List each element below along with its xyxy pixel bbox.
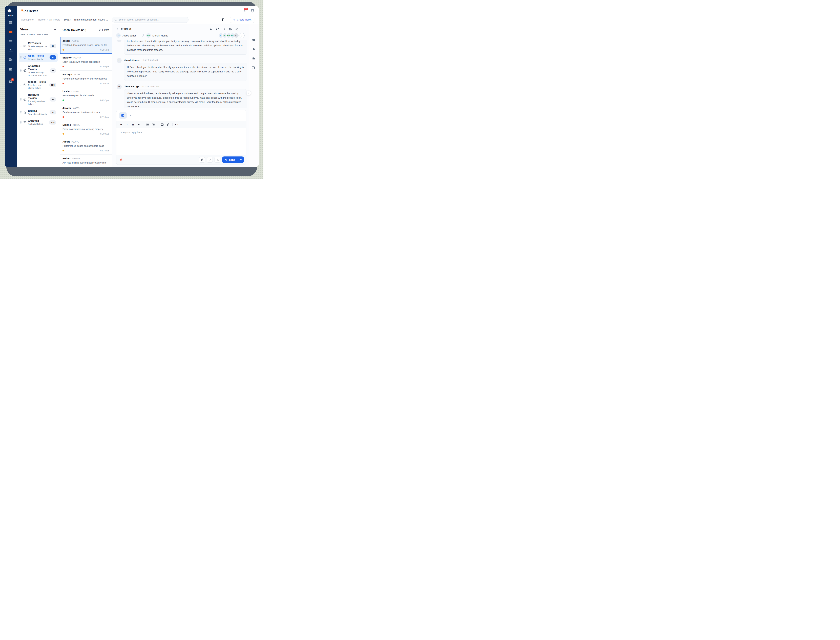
check-circle-icon	[23, 69, 27, 72]
print-button[interactable]	[228, 27, 232, 31]
ticket-list-item[interactable]: Dianne#16627 Email notifications not wor…	[60, 121, 112, 138]
drag-handle-icon[interactable]	[20, 121, 22, 124]
nav-divider	[8, 75, 13, 75]
drag-handle-icon[interactable]	[20, 84, 22, 86]
customer-tab[interactable]	[252, 47, 256, 51]
expand-channels-button[interactable]	[129, 114, 131, 117]
nav-mail-icon[interactable]: 5	[9, 80, 13, 83]
drag-handle-icon[interactable]	[20, 69, 22, 72]
collapse-sidebar-button[interactable]	[246, 91, 251, 95]
view-item-my-tickets[interactable]: My Tickets Tickets assigned to you 12	[19, 40, 57, 52]
notifications-button[interactable]: 7	[243, 9, 247, 13]
left-nav-rail: Agent	[5, 6, 17, 167]
attach-file-button[interactable]	[199, 157, 205, 163]
signature-button[interactable]	[214, 157, 220, 163]
view-item-starred[interactable]: Starred Your starred tickets 8	[19, 108, 57, 117]
ticket-time: 06:32 pm	[100, 99, 109, 101]
insert-image-button[interactable]	[160, 122, 165, 127]
files-tab[interactable]	[252, 56, 256, 60]
send-options-button[interactable]	[238, 157, 244, 163]
create-ticket-button[interactable]: Create Ticket	[230, 17, 254, 23]
add-view-button[interactable]: +	[54, 28, 56, 31]
discard-draft-button[interactable]	[119, 157, 124, 162]
drag-handle-icon[interactable]	[20, 98, 22, 101]
pen-icon	[216, 158, 219, 161]
search-input[interactable]	[118, 18, 186, 21]
forward-button[interactable]	[222, 27, 225, 31]
nav-dashboard-icon[interactable]	[9, 21, 13, 25]
nav-tasks-icon[interactable]	[9, 39, 13, 43]
numbered-list-button[interactable]	[151, 122, 156, 127]
nav-customers-icon[interactable]	[9, 48, 13, 53]
ticket-list-panel: Open Tickets (25) Filters Jacob#50963 Fr…	[60, 24, 112, 167]
code-button[interactable]: <>	[174, 122, 180, 127]
collapse-detail-button[interactable]	[116, 28, 119, 30]
italic-button[interactable]: I	[124, 122, 130, 127]
reply-channel-email-tab[interactable]	[119, 112, 127, 118]
sidebar-layout-icon	[222, 18, 225, 21]
breadcrumb-tickets[interactable]: Tickets	[38, 18, 45, 21]
assign-agent-button[interactable]	[209, 27, 213, 31]
folder-icon	[252, 56, 256, 60]
message-author: Jacob Jones	[124, 59, 139, 61]
ticket-time: 01:09 am	[100, 133, 109, 135]
assignee-avatar[interactable]: MM	[146, 33, 151, 38]
filters-button[interactable]: Filters	[99, 29, 109, 31]
view-item-resolved-tickets[interactable]: Resolved Tickets Recently resolved ticke…	[19, 91, 57, 107]
breadcrumb-agent-panel[interactable]: Agent panel	[21, 18, 34, 21]
view-title: Answered Tickets	[28, 64, 48, 71]
send-button[interactable]: Send	[222, 157, 238, 163]
internal-note-button[interactable]	[207, 157, 213, 163]
agent-menu[interactable]: Agent	[7, 8, 14, 16]
strikethrough-button[interactable]: S	[136, 122, 142, 127]
add-collaborator-button[interactable]	[240, 33, 244, 38]
ticket-list-item[interactable]: Jacob#50963 Frontend development issues,…	[60, 37, 112, 54]
nav-knowledgebase-icon[interactable]	[9, 67, 13, 71]
ticket-time: 07:40 am	[100, 82, 109, 85]
more-options-button[interactable]	[241, 27, 244, 31]
bullet-list-button[interactable]	[145, 122, 150, 127]
ticket-subject: Feature request for dark mode	[62, 94, 109, 97]
x-circle-icon	[23, 83, 27, 86]
tasks-tab[interactable]	[252, 66, 256, 69]
filters-label: Filters	[102, 29, 109, 31]
breadcrumb-all-tickets[interactable]: All Tickets	[49, 18, 60, 21]
ticket-list-item[interactable]: Robert#95554 API rate limiting causing a…	[60, 155, 112, 167]
ticket-info-tab[interactable]	[252, 38, 256, 42]
ticket-id: #28200	[72, 90, 79, 93]
ticket-list-item[interactable]: Albert#20079 Performance issues on dashb…	[60, 138, 112, 155]
send-split-button: Send	[222, 157, 244, 163]
edit-button[interactable]	[235, 27, 238, 31]
user-circle-icon	[250, 8, 255, 13]
view-subtitle: Archived tickets	[28, 123, 48, 126]
drag-handle-icon[interactable]	[20, 45, 22, 47]
conversation-stream[interactable]: the best service. I wanted to update you…	[112, 40, 249, 108]
nav-tickets-icon[interactable]	[9, 30, 13, 34]
account-button[interactable]	[250, 8, 255, 13]
bold-button[interactable]: B	[118, 122, 124, 127]
panel-toggle-button[interactable]	[221, 17, 226, 22]
view-item-open-tickets[interactable]: Open Tickets All open tickets 45	[19, 53, 57, 62]
view-title: Archived	[28, 119, 48, 123]
osticket-logo[interactable]: osTicket	[19, 8, 38, 13]
drag-handle-icon[interactable]	[20, 56, 22, 59]
requester-avatar[interactable]: JJ	[116, 33, 121, 38]
refresh-button[interactable]	[216, 27, 219, 31]
reply-textarea[interactable]	[117, 128, 246, 155]
search-icon	[114, 19, 117, 21]
ticket-id: #3398	[74, 73, 80, 76]
ticket-list-item[interactable]: Kathryn#3398 Payment processing error du…	[60, 70, 112, 87]
underline-button[interactable]: U	[130, 122, 136, 127]
nav-organizations-icon[interactable]	[9, 58, 13, 62]
view-item-archived[interactable]: Archived Archived tickets 234	[19, 118, 57, 127]
global-search[interactable]	[112, 17, 188, 23]
view-item-closed-tickets[interactable]: Closed Tickets Resolved and closed ticke…	[19, 78, 57, 91]
drag-handle-icon[interactable]	[20, 111, 22, 114]
ticket-list-item[interactable]: Jerome#4339 Database connection timeout …	[60, 104, 112, 121]
collaborator-overflow-badge[interactable]: +2	[234, 33, 239, 38]
insert-link-button[interactable]	[165, 122, 171, 127]
ticket-list-item[interactable]: Eleanor#93457 Login issues with mobile a…	[60, 54, 112, 70]
view-item-answered-tickets[interactable]: Answered Tickets Tickets awaiting custom…	[19, 63, 57, 78]
inbox-icon	[23, 44, 27, 48]
ticket-list-item[interactable]: Leslie#28200 Feature request for dark mo…	[60, 87, 112, 104]
